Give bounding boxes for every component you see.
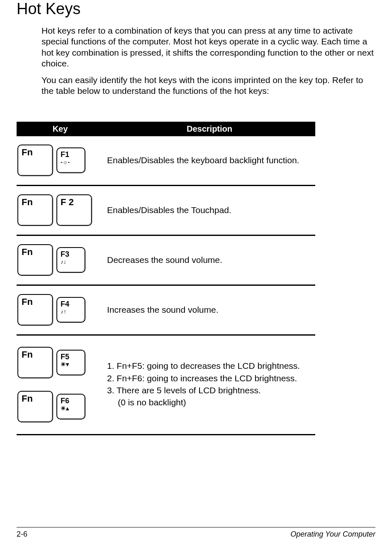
hotkeys-table: Key Description Fn F1 -☼- Enables/Disabl…: [17, 122, 315, 435]
f2-key-icon: F 2: [56, 194, 92, 226]
brightness-up-icon: ☀▴: [61, 405, 69, 411]
intro-paragraph-1: Hot keys refer to a combination of keys …: [41, 25, 375, 69]
header-description: Description: [104, 122, 315, 136]
key-cell: Fn F1 -☼-: [17, 145, 104, 176]
desc-line: 2. Fn+F6: going to increases the LCD bri…: [107, 373, 315, 384]
table-row: Fn F 2 Enables/Disables the Touchpad.: [17, 186, 315, 236]
fn-key-icon: Fn: [17, 294, 53, 326]
description-cell: 1. Fn+F5: going to decreases the LCD bri…: [104, 360, 315, 409]
fn-key-icon: Fn: [17, 391, 53, 422]
key-cell: Fn F5 ☀▾ Fn F6 ☀▴: [17, 347, 104, 422]
key-label: F 2: [61, 198, 74, 207]
table-header: Key Description: [17, 122, 315, 136]
fn-key-icon: Fn: [17, 194, 53, 226]
fn-key-icon: Fn: [17, 347, 53, 378]
description-cell: Decreases the sound volume.: [104, 254, 315, 265]
brightness-down-icon: ☀▾: [61, 361, 69, 367]
key-cell: Fn F 2: [17, 194, 104, 226]
f4-key-icon: F4 ♪↑: [56, 297, 85, 323]
key-pair: Fn F6 ☀▴: [17, 391, 85, 422]
key-label: Fn: [22, 248, 33, 257]
key-label: Fn: [22, 394, 33, 403]
key-pair: Fn F5 ☀▾: [17, 347, 85, 378]
page-title: Hot Keys: [17, 0, 375, 18]
key-cell: Fn F3 ♪↓: [17, 244, 104, 276]
fn-key-icon: Fn: [17, 244, 53, 276]
page: Hot Keys Hot keys refer to a combination…: [0, 0, 392, 547]
key-cell: Fn F4 ♪↑: [17, 294, 104, 326]
key-label: F3: [61, 250, 69, 258]
key-label: Fn: [22, 148, 33, 157]
desc-line: 1. Fn+F5: going to decreases the LCD bri…: [107, 360, 315, 371]
volume-down-icon: ♪↓: [61, 259, 66, 265]
key-label: F6: [61, 397, 69, 405]
backlight-icon: -☼-: [61, 159, 70, 165]
key-label: Fn: [22, 350, 33, 359]
f5-key-icon: F5 ☀▾: [56, 350, 85, 375]
fn-key-icon: Fn: [17, 145, 53, 176]
description-cell: Enables/Disables the Touchpad.: [104, 204, 315, 216]
page-number: 2-6: [17, 530, 27, 539]
desc-line: (0 is no backlight): [107, 397, 315, 408]
key-label: F4: [61, 300, 69, 308]
footer-section-title: Operating Your Computer: [290, 530, 375, 539]
page-footer: 2-6 Operating Your Computer: [17, 527, 375, 539]
key-label: Fn: [22, 198, 33, 207]
f3-key-icon: F3 ♪↓: [56, 247, 85, 273]
intro-paragraph-2: You can easily identify the hot keys wit…: [41, 75, 375, 97]
key-label: F5: [61, 353, 69, 361]
key-label: F1: [61, 151, 69, 158]
key-label: Fn: [22, 297, 33, 307]
table-row: Fn F4 ♪↑ Increases the sound volume.: [17, 286, 315, 336]
volume-up-icon: ♪↑: [61, 309, 66, 314]
table-row: Fn F1 -☼- Enables/Disables the keyboard …: [17, 136, 315, 186]
desc-line: 3. There are 5 levels of LCD brightness.: [107, 385, 315, 396]
f6-key-icon: F6 ☀▴: [56, 394, 85, 419]
table-row: Fn F3 ♪↓ Decreases the sound volume.: [17, 236, 315, 286]
table-row: Fn F5 ☀▾ Fn F6 ☀▴: [17, 336, 315, 435]
header-key: Key: [17, 122, 104, 136]
description-cell: Enables/Disables the keyboard backlight …: [104, 155, 315, 166]
f1-key-icon: F1 -☼-: [56, 147, 85, 173]
description-cell: Increases the sound volume.: [104, 304, 315, 315]
